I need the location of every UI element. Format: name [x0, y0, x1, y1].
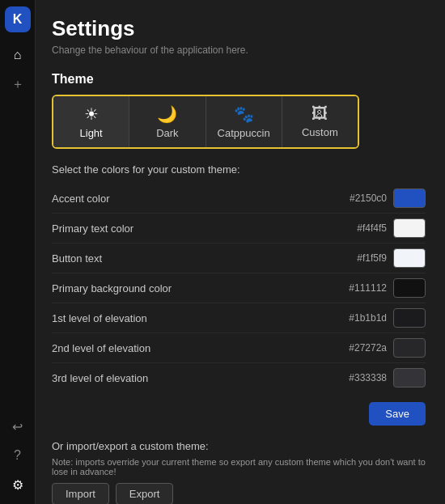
color-label: Button text [52, 252, 316, 265]
theme-option-light[interactable]: ☀ Light [53, 96, 129, 147]
theme-option-catppuccin[interactable]: 🐾 Catppuccin [206, 96, 282, 147]
color-label: 3rd level of elevation [52, 372, 316, 384]
import-note: Note: imports override your current them… [52, 457, 426, 476]
color-row: 3rd level of elevation#333338 [52, 363, 426, 392]
color-value: #1b1b1d [322, 312, 387, 324]
color-value: #111112 [322, 282, 387, 294]
color-value: #f1f5f9 [322, 252, 387, 264]
color-value: #f4f4f5 [322, 222, 387, 234]
theme-selector: ☀ Light 🌙 Dark 🐾 Catppuccin 🖼 Custom [52, 95, 359, 149]
color-label: 1st level of elevation [52, 312, 316, 324]
color-label: Primary text color [52, 222, 316, 235]
sidebar-item-help[interactable]: ? [5, 443, 31, 468]
color-swatch[interactable] [393, 248, 426, 268]
color-row: Primary background color#111112 [52, 273, 426, 303]
export-button[interactable]: Export [116, 483, 174, 504]
page-title: Settings [52, 16, 426, 41]
color-row: 1st level of elevation#1b1b1d [52, 303, 426, 333]
import-button[interactable]: Import [52, 483, 109, 504]
color-swatch[interactable] [393, 188, 426, 208]
sidebar: K ⌂ ＋ ↩ ? ⚙ [0, 0, 36, 504]
color-row: Accent color#2150c0 [52, 184, 426, 214]
color-row: 2nd level of elevation#27272a [52, 333, 426, 363]
color-swatch[interactable] [393, 308, 426, 328]
color-section-label: Select the colors for your custom theme: [52, 163, 426, 176]
color-row: Button text#f1f5f9 [52, 244, 426, 273]
page-subtitle: Change the behaviour of the application … [52, 44, 426, 56]
color-label: Accent color [52, 193, 316, 205]
app-logo[interactable]: K [5, 6, 31, 32]
color-value: #2150c0 [322, 193, 387, 204]
color-label: 2nd level of elevation [52, 342, 316, 354]
color-swatch[interactable] [393, 338, 426, 358]
main-content: Settings Change the behaviour of the app… [36, 0, 445, 504]
theme-custom-label: Custom [302, 126, 338, 138]
theme-option-dark[interactable]: 🌙 Dark [129, 96, 206, 147]
color-row: Primary text color#f4f4f5 [52, 214, 426, 244]
color-swatch[interactable] [393, 368, 426, 388]
color-rows: Accent color#2150c0Primary text color#f4… [52, 184, 426, 392]
theme-dark-label: Dark [156, 127, 178, 139]
theme-section-heading: Theme [52, 72, 426, 87]
color-swatch[interactable] [393, 218, 426, 238]
color-label: Primary background color [52, 282, 316, 294]
light-icon: ☀ [84, 104, 99, 124]
color-value: #27272a [322, 342, 387, 354]
sidebar-item-home[interactable]: ⌂ [5, 42, 31, 68]
import-export-label: Or import/export a custom theme: [52, 440, 426, 452]
theme-catppuccin-label: Catppuccin [218, 127, 270, 139]
dark-icon: 🌙 [157, 104, 177, 124]
color-value: #333338 [322, 372, 387, 383]
save-button[interactable]: Save [369, 402, 426, 426]
color-swatch[interactable] [393, 278, 426, 298]
import-export-buttons: Import Export [52, 483, 426, 504]
sidebar-item-back[interactable]: ↩ [5, 413, 31, 439]
sidebar-item-settings[interactable]: ⚙ [5, 472, 31, 498]
theme-option-custom[interactable]: 🖼 Custom [282, 96, 358, 147]
sidebar-item-add[interactable]: ＋ [5, 71, 31, 97]
custom-icon: 🖼 [312, 104, 328, 123]
catppuccin-icon: 🐾 [234, 104, 254, 124]
save-row: Save [52, 402, 426, 426]
theme-light-label: Light [80, 127, 103, 139]
